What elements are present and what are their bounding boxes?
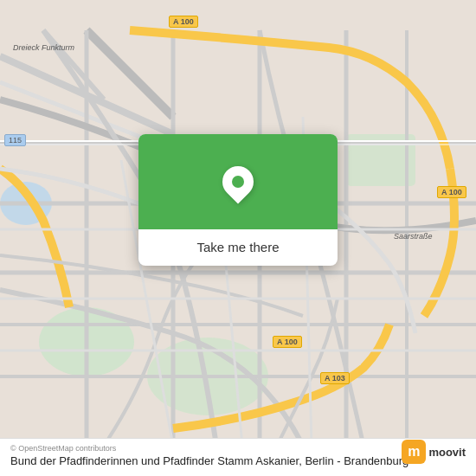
map-container: A 100 115 A 100 A 100 A 103 Dreieck Funk… bbox=[0, 0, 476, 476]
moovit-logo: m moovit bbox=[402, 440, 466, 464]
road-label-a100-bottom: A 100 bbox=[273, 336, 302, 348]
pin-dot bbox=[232, 176, 244, 188]
road-label-a100-right: A 100 bbox=[437, 186, 466, 198]
card-map-preview bbox=[138, 134, 338, 229]
road-label-a103: A 103 bbox=[320, 372, 350, 384]
map-pin bbox=[222, 166, 254, 197]
place-label-saarstrasse: Saarstraße bbox=[394, 232, 433, 241]
pin-body bbox=[216, 160, 261, 204]
card-button-section: Take me there bbox=[138, 229, 338, 266]
moovit-text: moovit bbox=[428, 446, 466, 459]
road-label-a115: 115 bbox=[4, 134, 26, 146]
road-label-a100-top: A 100 bbox=[169, 16, 198, 28]
moovit-icon: m bbox=[402, 440, 426, 464]
take-me-there-card: Take me there bbox=[138, 134, 338, 266]
copyright-text: © OpenStreetMap contributors bbox=[10, 444, 466, 453]
place-label-dreieck: Dreieck Funkturm bbox=[13, 43, 74, 52]
take-me-there-button[interactable]: Take me there bbox=[196, 240, 279, 254]
location-title: Bund der Pfadfinderinnen und Pfadfinder … bbox=[10, 454, 466, 469]
